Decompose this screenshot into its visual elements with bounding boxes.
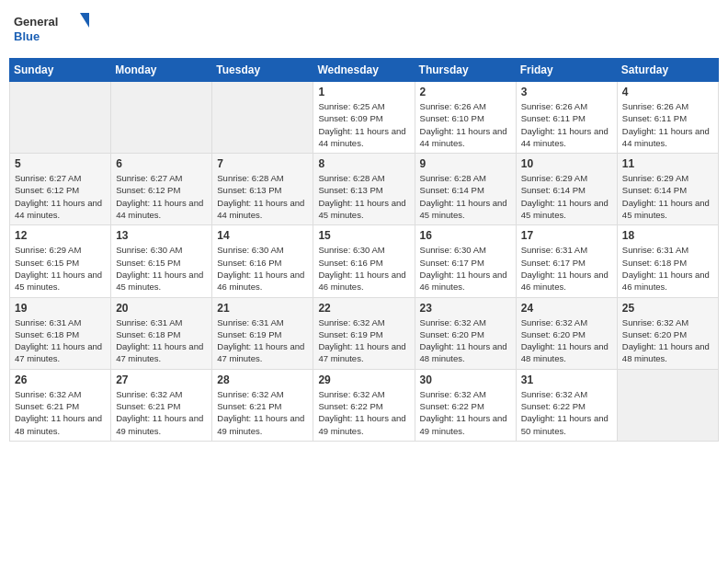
weekday-tuesday: Tuesday xyxy=(212,59,313,82)
day-number: 31 xyxy=(521,373,612,386)
day-info: Sunrise: 6:31 AM Sunset: 6:18 PM Dayligh… xyxy=(15,316,106,365)
day-info: Sunrise: 6:28 AM Sunset: 6:13 PM Dayligh… xyxy=(318,172,409,221)
calendar-cell: 17Sunrise: 6:31 AM Sunset: 6:17 PM Dayli… xyxy=(516,225,617,297)
calendar-cell: 24Sunrise: 6:32 AM Sunset: 6:20 PM Dayli… xyxy=(516,297,617,369)
day-number: 30 xyxy=(420,373,511,386)
day-info: Sunrise: 6:29 AM Sunset: 6:14 PM Dayligh… xyxy=(622,172,713,221)
calendar-cell: 31Sunrise: 6:32 AM Sunset: 6:22 PM Dayli… xyxy=(516,369,617,441)
week-row-3: 12Sunrise: 6:29 AM Sunset: 6:15 PM Dayli… xyxy=(10,225,719,297)
svg-text:Blue: Blue xyxy=(14,29,40,43)
day-number: 15 xyxy=(318,229,409,242)
calendar-cell: 28Sunrise: 6:32 AM Sunset: 6:21 PM Dayli… xyxy=(212,369,313,441)
calendar-cell: 14Sunrise: 6:30 AM Sunset: 6:16 PM Dayli… xyxy=(212,225,313,297)
logo-icon: General Blue xyxy=(14,9,97,51)
day-number: 5 xyxy=(15,157,106,170)
day-number: 20 xyxy=(116,302,207,315)
day-info: Sunrise: 6:30 AM Sunset: 6:16 PM Dayligh… xyxy=(217,244,308,293)
day-info: Sunrise: 6:26 AM Sunset: 6:11 PM Dayligh… xyxy=(521,100,612,149)
weekday-friday: Friday xyxy=(516,59,617,82)
day-number: 29 xyxy=(318,373,409,386)
week-row-1: 1Sunrise: 6:25 AM Sunset: 6:09 PM Daylig… xyxy=(10,82,719,154)
day-info: Sunrise: 6:32 AM Sunset: 6:20 PM Dayligh… xyxy=(420,316,511,365)
weekday-header-row: SundayMondayTuesdayWednesdayThursdayFrid… xyxy=(10,59,719,82)
day-info: Sunrise: 6:32 AM Sunset: 6:19 PM Dayligh… xyxy=(318,316,409,365)
day-number: 22 xyxy=(318,302,409,315)
day-info: Sunrise: 6:31 AM Sunset: 6:18 PM Dayligh… xyxy=(116,316,207,365)
day-info: Sunrise: 6:30 AM Sunset: 6:17 PM Dayligh… xyxy=(420,244,511,293)
day-info: Sunrise: 6:29 AM Sunset: 6:15 PM Dayligh… xyxy=(15,244,106,293)
calendar-cell xyxy=(617,369,718,441)
day-info: Sunrise: 6:27 AM Sunset: 6:12 PM Dayligh… xyxy=(15,172,106,221)
day-number: 6 xyxy=(116,157,207,170)
calendar-cell: 23Sunrise: 6:32 AM Sunset: 6:20 PM Dayli… xyxy=(415,297,516,369)
calendar-cell: 8Sunrise: 6:28 AM Sunset: 6:13 PM Daylig… xyxy=(313,154,415,225)
weekday-sunday: Sunday xyxy=(10,59,111,82)
calendar-cell: 6Sunrise: 6:27 AM Sunset: 6:12 PM Daylig… xyxy=(111,154,212,225)
day-number: 3 xyxy=(521,86,612,98)
day-number: 10 xyxy=(521,157,612,170)
calendar-cell: 19Sunrise: 6:31 AM Sunset: 6:18 PM Dayli… xyxy=(10,297,111,369)
day-info: Sunrise: 6:32 AM Sunset: 6:20 PM Dayligh… xyxy=(521,316,612,365)
calendar-cell: 22Sunrise: 6:32 AM Sunset: 6:19 PM Dayli… xyxy=(313,297,415,369)
weekday-saturday: Saturday xyxy=(617,59,718,82)
calendar-cell: 10Sunrise: 6:29 AM Sunset: 6:14 PM Dayli… xyxy=(516,154,617,225)
calendar-cell xyxy=(10,82,111,154)
day-number: 19 xyxy=(15,302,106,315)
logo: General Blue xyxy=(14,9,97,51)
calendar-cell: 25Sunrise: 6:32 AM Sunset: 6:20 PM Dayli… xyxy=(617,297,718,369)
day-info: Sunrise: 6:26 AM Sunset: 6:10 PM Dayligh… xyxy=(420,100,511,149)
day-number: 27 xyxy=(116,373,207,386)
calendar-cell xyxy=(111,82,212,154)
day-number: 26 xyxy=(15,373,106,386)
day-number: 4 xyxy=(622,86,713,98)
day-info: Sunrise: 6:32 AM Sunset: 6:21 PM Dayligh… xyxy=(15,388,106,437)
day-number: 9 xyxy=(420,157,511,170)
calendar-cell: 26Sunrise: 6:32 AM Sunset: 6:21 PM Dayli… xyxy=(10,369,111,441)
calendar-cell: 21Sunrise: 6:31 AM Sunset: 6:19 PM Dayli… xyxy=(212,297,313,369)
day-info: Sunrise: 6:30 AM Sunset: 6:15 PM Dayligh… xyxy=(116,244,207,293)
day-number: 28 xyxy=(217,373,308,386)
day-number: 23 xyxy=(420,302,511,315)
page-header: General Blue xyxy=(9,9,719,51)
day-number: 7 xyxy=(217,157,308,170)
calendar-table: SundayMondayTuesdayWednesdayThursdayFrid… xyxy=(9,58,719,442)
calendar-cell: 15Sunrise: 6:30 AM Sunset: 6:16 PM Dayli… xyxy=(313,225,415,297)
svg-text:General: General xyxy=(14,15,58,29)
day-number: 14 xyxy=(217,229,308,242)
day-info: Sunrise: 6:31 AM Sunset: 6:19 PM Dayligh… xyxy=(217,316,308,365)
day-info: Sunrise: 6:30 AM Sunset: 6:16 PM Dayligh… xyxy=(318,244,409,293)
day-number: 13 xyxy=(116,229,207,242)
week-row-5: 26Sunrise: 6:32 AM Sunset: 6:21 PM Dayli… xyxy=(10,369,719,441)
day-number: 8 xyxy=(318,157,409,170)
day-number: 1 xyxy=(318,86,409,98)
calendar-cell: 29Sunrise: 6:32 AM Sunset: 6:22 PM Dayli… xyxy=(313,369,415,441)
calendar-cell: 4Sunrise: 6:26 AM Sunset: 6:11 PM Daylig… xyxy=(617,82,718,154)
calendar-cell: 20Sunrise: 6:31 AM Sunset: 6:18 PM Dayli… xyxy=(111,297,212,369)
day-info: Sunrise: 6:25 AM Sunset: 6:09 PM Dayligh… xyxy=(318,100,409,149)
day-number: 11 xyxy=(622,157,713,170)
day-info: Sunrise: 6:32 AM Sunset: 6:22 PM Dayligh… xyxy=(420,388,511,437)
day-info: Sunrise: 6:32 AM Sunset: 6:20 PM Dayligh… xyxy=(622,316,713,365)
day-info: Sunrise: 6:27 AM Sunset: 6:12 PM Dayligh… xyxy=(116,172,207,221)
week-row-2: 5Sunrise: 6:27 AM Sunset: 6:12 PM Daylig… xyxy=(10,154,719,225)
calendar-cell: 1Sunrise: 6:25 AM Sunset: 6:09 PM Daylig… xyxy=(313,82,415,154)
day-info: Sunrise: 6:32 AM Sunset: 6:22 PM Dayligh… xyxy=(521,388,612,437)
weekday-monday: Monday xyxy=(111,59,212,82)
day-info: Sunrise: 6:32 AM Sunset: 6:21 PM Dayligh… xyxy=(217,388,308,437)
day-info: Sunrise: 6:28 AM Sunset: 6:14 PM Dayligh… xyxy=(420,172,511,221)
day-number: 25 xyxy=(622,302,713,315)
weekday-wednesday: Wednesday xyxy=(313,59,415,82)
day-number: 21 xyxy=(217,302,308,315)
calendar-cell: 27Sunrise: 6:32 AM Sunset: 6:21 PM Dayli… xyxy=(111,369,212,441)
day-number: 16 xyxy=(420,229,511,242)
calendar-cell xyxy=(212,82,313,154)
calendar-cell: 5Sunrise: 6:27 AM Sunset: 6:12 PM Daylig… xyxy=(10,154,111,225)
week-row-4: 19Sunrise: 6:31 AM Sunset: 6:18 PM Dayli… xyxy=(10,297,719,369)
calendar-cell: 30Sunrise: 6:32 AM Sunset: 6:22 PM Dayli… xyxy=(415,369,516,441)
calendar-cell: 3Sunrise: 6:26 AM Sunset: 6:11 PM Daylig… xyxy=(516,82,617,154)
day-info: Sunrise: 6:31 AM Sunset: 6:18 PM Dayligh… xyxy=(622,244,713,293)
day-number: 17 xyxy=(521,229,612,242)
calendar-cell: 16Sunrise: 6:30 AM Sunset: 6:17 PM Dayli… xyxy=(415,225,516,297)
day-number: 18 xyxy=(622,229,713,242)
calendar-cell: 2Sunrise: 6:26 AM Sunset: 6:10 PM Daylig… xyxy=(415,82,516,154)
